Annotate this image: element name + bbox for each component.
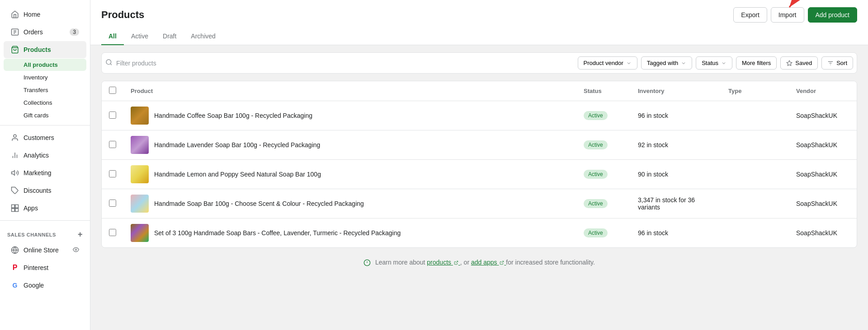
vendor-value-1: SoapShackUK — [796, 141, 837, 149]
table-row[interactable]: Set of 3 100g Handmade Soap Bars - Coffe… — [102, 218, 857, 248]
svg-point-17 — [75, 249, 77, 251]
svg-point-19 — [106, 60, 111, 65]
sidebar-sub-all-products[interactable]: All products — [4, 59, 86, 71]
product-name-3[interactable]: Handmade Soap Bar 100g - Choose Scent & … — [154, 200, 364, 207]
inventory-cell-3: 3,347 in stock for 36 variants — [631, 189, 721, 218]
sidebar-item-home-label: Home — [24, 11, 40, 18]
products-link[interactable]: products — [427, 259, 460, 266]
tab-archived[interactable]: Archived — [184, 28, 222, 45]
product-name-4[interactable]: Set of 3 100g Handmade Soap Bars - Coffe… — [154, 229, 401, 237]
row-checkbox-cell — [102, 101, 123, 130]
vendor-value-3: SoapShackUK — [796, 200, 837, 207]
orders-badge: 3 — [70, 28, 79, 36]
more-filters-button[interactable]: More filters — [736, 56, 777, 70]
type-cell-1 — [721, 130, 789, 160]
sidebar-item-marketing-label: Marketing — [24, 169, 51, 177]
vendor-cell-0: SoapShackUK — [789, 101, 857, 130]
sidebar-item-apps[interactable]: Apps — [4, 200, 86, 217]
table-row[interactable]: Handmade Coffee Soap Bar 100g - Recycled… — [102, 101, 857, 130]
search-wrapper — [105, 59, 574, 67]
content-area: Product vendor Tagged with Status More f… — [90, 45, 868, 330]
sidebar-item-online-store[interactable]: Online Store — [4, 242, 86, 259]
discounts-icon — [11, 186, 19, 195]
product-vendor-filter[interactable]: Product vendor — [578, 56, 637, 70]
tab-active[interactable]: Active — [124, 28, 156, 45]
table-row[interactable]: Handmade Soap Bar 100g - Choose Scent & … — [102, 189, 857, 218]
select-all-col — [102, 81, 123, 101]
sidebar-item-home[interactable]: Home — [4, 6, 86, 23]
sidebar-item-discounts-label: Discounts — [24, 187, 51, 194]
tab-all[interactable]: All — [101, 28, 124, 45]
products-table: Product Status Inventory Type Vendor — [101, 81, 857, 248]
add-apps-link[interactable]: add apps — [471, 259, 506, 266]
status-cell-3: Active — [576, 189, 631, 218]
status-filter[interactable]: Status — [696, 56, 732, 70]
inventory-value-0: 96 in stock — [638, 112, 668, 119]
type-cell-3 — [721, 189, 789, 218]
svg-point-5 — [14, 135, 16, 137]
table-row[interactable]: Handmade Lavender Soap Bar 100g - Recycl… — [102, 130, 857, 160]
status-cell-4: Active — [576, 218, 631, 248]
product-thumbnail-1 — [131, 136, 149, 154]
product-name-1[interactable]: Handmade Lavender Soap Bar 100g - Recycl… — [154, 141, 320, 149]
select-all-checkbox[interactable] — [109, 87, 116, 94]
tab-draft[interactable]: Draft — [156, 28, 184, 45]
title-row: Products Export Import Add product — [101, 7, 857, 23]
vendor-cell-1: SoapShackUK — [789, 130, 857, 160]
filter-bar: Product vendor Tagged with Status More f… — [101, 52, 857, 74]
row-checkbox-cell — [102, 189, 123, 218]
tagged-with-filter[interactable]: Tagged with — [641, 56, 692, 70]
product-name-2[interactable]: Handmade Lemon and Poppy Seed Natural So… — [154, 171, 321, 178]
sidebar-sub-inventory[interactable]: Inventory — [4, 71, 86, 84]
sidebar-item-orders-label: Orders — [24, 28, 43, 36]
sidebar-item-products[interactable]: Products — [4, 41, 86, 58]
status-cell-0: Active — [576, 101, 631, 130]
export-button[interactable]: Export — [733, 7, 767, 23]
sidebar-item-google[interactable]: G Google — [4, 277, 86, 294]
sidebar-item-discounts[interactable]: Discounts — [4, 182, 86, 199]
product-thumbnail-4 — [131, 224, 149, 242]
row-checkbox-4[interactable] — [109, 229, 116, 236]
sidebar: Home Orders 3 Products All products Inve… — [0, 0, 90, 330]
sort-button[interactable]: Sort — [821, 56, 853, 70]
saved-button[interactable]: Saved — [780, 56, 818, 70]
product-name-0[interactable]: Handmade Coffee Soap Bar 100g - Recycled… — [154, 112, 312, 119]
sidebar-sub-transfers[interactable]: Transfers — [4, 84, 86, 96]
sidebar-item-marketing[interactable]: Marketing — [4, 164, 86, 181]
apps-icon — [11, 204, 19, 212]
row-checkbox-0[interactable] — [109, 112, 116, 119]
inventory-cell-4: 96 in stock — [631, 218, 721, 248]
row-checkbox-cell — [102, 160, 123, 189]
header-actions: Export Import Add product — [733, 7, 857, 23]
row-checkbox-2[interactable] — [109, 170, 116, 177]
row-checkbox-1[interactable] — [109, 141, 116, 148]
product-thumbnail-3 — [131, 195, 149, 213]
vendor-cell-2: SoapShackUK — [789, 160, 857, 189]
import-button[interactable]: Import — [771, 7, 804, 23]
svg-rect-14 — [12, 209, 15, 212]
sidebar-item-orders[interactable]: Orders 3 — [4, 23, 86, 41]
inventory-value-3: 3,347 in stock for 36 variants — [638, 196, 695, 211]
sidebar-item-analytics[interactable]: Analytics — [4, 147, 86, 164]
row-checkbox-3[interactable] — [109, 200, 116, 207]
table-body: Handmade Coffee Soap Bar 100g - Recycled… — [102, 101, 857, 248]
search-icon — [105, 59, 113, 67]
sidebar-sub-collections[interactable]: Collections — [4, 97, 86, 109]
sidebar-item-products-label: Products — [24, 46, 51, 53]
sidebar-item-customers[interactable]: Customers — [4, 129, 86, 146]
sidebar-item-pinterest[interactable]: P Pinterest — [4, 259, 86, 276]
sidebar-sub-gift-cards[interactable]: Gift cards — [4, 109, 86, 121]
add-sales-channel-button[interactable]: + — [78, 230, 83, 239]
sales-channels-title: SALES CHANNELS + — [0, 224, 90, 241]
home-icon — [11, 10, 19, 19]
search-input[interactable] — [116, 60, 574, 67]
table-row[interactable]: Handmade Lemon and Poppy Seed Natural So… — [102, 160, 857, 189]
orders-icon — [11, 28, 19, 36]
online-store-eye-icon[interactable] — [73, 246, 79, 254]
marketing-icon — [11, 169, 19, 177]
svg-rect-11 — [12, 205, 15, 208]
vendor-value-4: SoapShackUK — [796, 229, 837, 237]
row-checkbox-cell — [102, 218, 123, 248]
add-product-button[interactable]: Add product — [808, 7, 858, 23]
svg-line-28 — [456, 261, 458, 264]
